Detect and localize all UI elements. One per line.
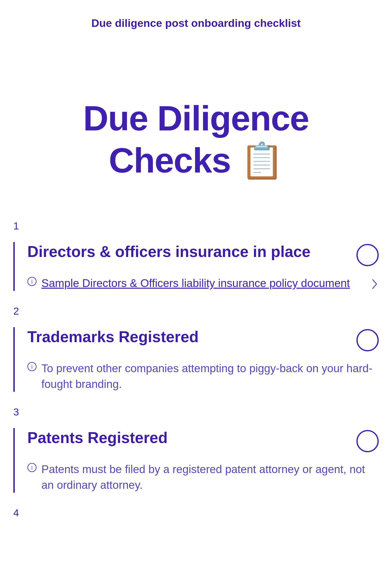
item-title: Directors & officers insurance in place — [27, 242, 347, 261]
item-number: 3 — [13, 406, 379, 418]
item-info-link[interactable]: Sample Directors & Officers liability in… — [42, 275, 379, 291]
item-number: 4 — [13, 507, 379, 519]
checklist-item: Directors & officers insurance in place … — [13, 242, 379, 291]
item-title: Trademarks Registered — [27, 327, 347, 346]
item-info-row: i To prevent other companies attempting … — [27, 360, 379, 392]
item-header: Patents Registered — [27, 428, 379, 452]
info-icon: i — [27, 277, 36, 286]
item-number: 2 — [13, 305, 379, 317]
item-info-row: i Patents must be filed by a registered … — [27, 462, 379, 493]
item-title: Patents Registered — [27, 428, 347, 448]
item-header: Trademarks Registered — [27, 327, 379, 351]
item-info-text: To prevent other companies attempting to… — [42, 360, 379, 392]
checkbox-circle[interactable] — [356, 430, 379, 452]
checklist-item: Patents Registered i Patents must be fil… — [13, 428, 379, 493]
info-icon: i — [27, 362, 36, 371]
checkbox-circle[interactable] — [356, 329, 379, 351]
item-info-text: Patents must be filed by a registered pa… — [42, 462, 379, 493]
item-header: Directors & officers insurance in place — [27, 242, 379, 266]
info-icon-glyph: i — [31, 278, 33, 285]
item-number: 1 — [13, 220, 379, 232]
info-icon-glyph: i — [31, 464, 33, 471]
main-title-block: Due Diligence Checks 📋 — [0, 97, 392, 182]
page-header-title: Due diligence post onboarding checklist — [0, 17, 392, 30]
checklist-item: Trademarks Registered i To prevent other… — [13, 327, 379, 392]
main-title-text: Due Diligence Checks 📋 — [19, 97, 373, 182]
item-info-row[interactable]: i Sample Directors & Officers liability … — [27, 275, 379, 291]
checkbox-circle[interactable] — [356, 244, 379, 266]
page-header: Due diligence post onboarding checklist — [0, 0, 392, 30]
info-icon-glyph: i — [31, 364, 33, 370]
info-icon: i — [27, 463, 36, 472]
checklist: 1 Directors & officers insurance in plac… — [0, 220, 392, 519]
chevron-right-icon — [371, 278, 379, 291]
